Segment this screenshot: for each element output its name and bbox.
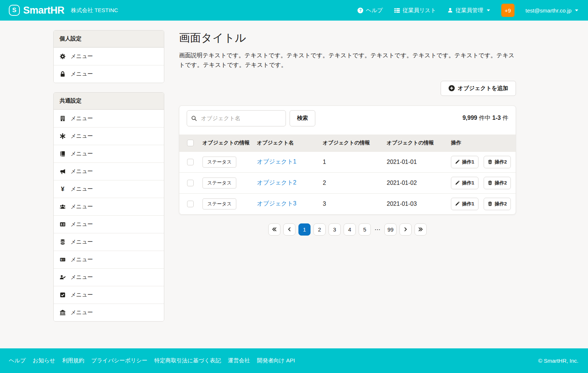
sidebar-item-asterisk[interactable]: メニュー [54, 127, 164, 145]
table-row: ステータス オブジェクト3 3 2021-01-03 操作1 操作2 [179, 193, 516, 214]
object-link[interactable]: オブジェクト3 [257, 200, 296, 207]
edit-action-button[interactable]: 操作1 [451, 156, 478, 168]
page-button-3[interactable]: 3 [329, 223, 341, 236]
search-icon [191, 115, 197, 121]
svg-text:¥: ¥ [61, 186, 65, 192]
add-object-label: オブジェクトを追加 [458, 85, 508, 92]
sidebar-item-label: メニュー [71, 133, 93, 140]
sidebar-item-megaphone[interactable]: メニュー [54, 162, 164, 180]
sidebar-item-label: メニュー [71, 150, 93, 157]
footer-link-terms[interactable]: 利用規約 [62, 357, 84, 364]
object-info1: 1 [319, 151, 383, 172]
first-page-button[interactable] [268, 223, 280, 236]
lock-icon [60, 71, 66, 77]
table-row: ステータス オブジェクト1 1 2021-01-01 操作1 操作2 [179, 151, 516, 172]
sidebar-item-money-check[interactable]: $ メニュー [54, 251, 164, 268]
delete-action-label: 操作2 [495, 201, 507, 207]
prev-page-button[interactable] [283, 223, 295, 236]
employee-list-nav-link[interactable]: 従業員リスト [394, 7, 436, 14]
object-link[interactable]: オブジェクト2 [257, 179, 296, 186]
next-page-button[interactable] [399, 223, 412, 236]
user-icon [447, 7, 453, 13]
sidebar-item-id-card[interactable]: メニュー [54, 215, 164, 233]
sidebar-item-check-square[interactable]: メニュー [54, 286, 164, 304]
chevron-right-icon [403, 227, 408, 232]
edit-action-label: 操作1 [462, 201, 474, 207]
status-badge: ステータス [202, 157, 236, 168]
account-email: test@smarthr.co.jp [526, 7, 571, 14]
employee-admin-menu[interactable]: 従業員管理 [447, 7, 490, 14]
database-icon [60, 239, 66, 245]
search-button-label: 検索 [297, 115, 308, 122]
sidebar-item-yen[interactable]: ¥ メニュー [54, 180, 164, 198]
pencil-icon [455, 159, 460, 164]
page-button-2[interactable]: 2 [313, 223, 326, 236]
result-range: 1-3 [492, 115, 501, 121]
footer-link-privacy[interactable]: プライバシーポリシー [91, 357, 147, 364]
smarthr-logo-icon: S [9, 5, 20, 16]
page-title: 画面タイトル [179, 31, 516, 45]
pencil-icon [455, 180, 460, 185]
sidebar-section-common: 共通設定 メニュー メニュー メニュー メニュー [53, 92, 164, 322]
footer-link-commerce-law[interactable]: 特定商取引法に基づく表記 [154, 357, 221, 364]
trash-icon [488, 159, 492, 164]
row-checkbox[interactable] [187, 201, 194, 207]
sidebar-item-book[interactable]: メニュー [54, 145, 164, 162]
help-circle-icon: ? [357, 7, 363, 14]
column-header-status: オブジェクトの情報 [199, 135, 253, 152]
sidebar-item-database[interactable]: メニュー [54, 233, 164, 251]
account-menu[interactable]: test@smarthr.co.jp [526, 7, 578, 14]
sidebar-section-personal: 個人設定 メニュー メニュー [53, 30, 164, 83]
row-checkbox[interactable] [187, 159, 194, 165]
column-header-actions: 操作 [447, 135, 516, 152]
result-of-label: 件中 [479, 115, 491, 121]
result-unit-label: 件 [502, 115, 508, 121]
footer-link-news[interactable]: お知らせ [33, 357, 55, 364]
select-all-checkbox[interactable] [187, 140, 194, 146]
bank-icon [60, 309, 66, 316]
delete-action-label: 操作2 [495, 180, 507, 186]
page-button-5[interactable]: 5 [359, 223, 371, 236]
sidebar-item-building[interactable]: メニュー [54, 110, 164, 127]
sidebar-section-title: 個人設定 [54, 31, 164, 47]
delete-action-button[interactable]: 操作2 [484, 177, 511, 189]
footer-link-company[interactable]: 運営会社 [228, 357, 250, 364]
notification-badge[interactable]: +9 [501, 4, 514, 17]
plus-circle-icon [448, 85, 455, 92]
footer-link-developer-api[interactable]: 開発者向け API [257, 357, 295, 364]
delete-action-button[interactable]: 操作2 [484, 156, 511, 168]
edit-action-label: 操作1 [462, 159, 474, 165]
sidebar-item-user-check[interactable]: メニュー [54, 268, 164, 286]
row-checkbox[interactable] [187, 180, 194, 186]
footer-link-help[interactable]: ヘルプ [9, 357, 26, 364]
sidebar-item-label: メニュー [71, 71, 93, 78]
table-header-row: オブジェクトの情報 オブジェクト名 オブジェクトの情報 オブジェクトの情報 操作 [179, 135, 516, 152]
edit-action-button[interactable]: 操作1 [451, 198, 478, 210]
user-check-icon [60, 274, 66, 280]
status-badge: ステータス [202, 198, 236, 209]
edit-action-button[interactable]: 操作1 [451, 177, 478, 189]
sidebar-item-users[interactable]: メニュー [54, 198, 164, 215]
app-header: S SmartHR 株式会社 TESTINC ? ヘルプ 従業員リスト 従業員管… [0, 0, 588, 21]
object-search-input[interactable] [187, 110, 286, 126]
brand[interactable]: S SmartHR [9, 5, 64, 16]
employee-list-nav-label: 従業員リスト [403, 7, 436, 14]
object-info2: 2021-01-02 [383, 172, 447, 193]
search-button[interactable]: 検索 [290, 110, 315, 126]
sidebar-item-bank[interactable]: メニュー [54, 304, 164, 321]
delete-action-button[interactable]: 操作2 [484, 198, 511, 210]
last-page-button[interactable] [415, 223, 427, 236]
help-nav-link[interactable]: ? ヘルプ [357, 7, 383, 14]
table-row: ステータス オブジェクト2 2 2021-01-02 操作1 操作2 [179, 172, 516, 193]
page-button-99[interactable]: 99 [384, 223, 397, 236]
result-count: 9,999 件中 1-3 件 [462, 114, 508, 122]
sidebar-item-gear[interactable]: メニュー [54, 47, 164, 65]
sidebar-item-lock[interactable]: メニュー [54, 65, 164, 83]
add-object-button[interactable]: オブジェクトを追加 [441, 81, 516, 96]
page-button-4[interactable]: 4 [344, 223, 356, 236]
book-icon [60, 151, 66, 157]
svg-text:$: $ [61, 258, 62, 261]
page-button-1[interactable]: 1 [298, 223, 311, 236]
object-link[interactable]: オブジェクト1 [257, 158, 296, 165]
chevron-down-icon [487, 9, 490, 12]
